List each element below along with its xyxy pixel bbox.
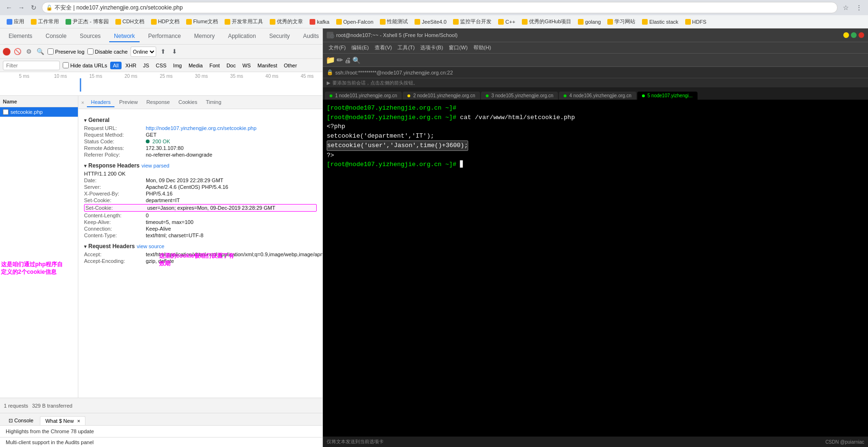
- console-tab[interactable]: ⊡ Console: [4, 416, 38, 425]
- maximize-button[interactable]: [851, 32, 857, 38]
- filter-xhr[interactable]: XHR: [123, 62, 139, 69]
- terminal-body[interactable]: [root@node107.yizhengjie.org.cn ~]# [roo…: [323, 100, 868, 437]
- tab-headers[interactable]: Headers: [87, 98, 114, 107]
- menu-button[interactable]: ⋮: [854, 2, 864, 13]
- bookmark-item[interactable]: 优秀的GitHub项目: [519, 17, 574, 26]
- disable-cache-label[interactable]: Disable cache: [87, 48, 128, 55]
- bookmark-item[interactable]: 性能测试: [377, 17, 411, 26]
- bookmark-item[interactable]: HDP文档: [148, 17, 182, 26]
- bookmark-item[interactable]: 学习网站: [604, 17, 638, 26]
- bookmark-item[interactable]: HDFS: [682, 18, 709, 26]
- devtools-tab-security[interactable]: Security: [264, 31, 294, 42]
- bookmark-item[interactable]: 尹正杰 - 博客园: [63, 17, 112, 26]
- bookmark-item[interactable]: CDH文档: [113, 17, 147, 26]
- hide-data-urls-label[interactable]: Hide data URLs: [63, 62, 107, 68]
- bookmark-item[interactable]: Open-Falcon: [333, 18, 377, 26]
- file-row[interactable]: setcookie.php: [0, 107, 78, 117]
- filter-input[interactable]: [3, 61, 60, 70]
- toolbar-btn-4[interactable]: 🔍: [352, 56, 360, 64]
- devtools-icon-btn[interactable]: ⋮: [339, 32, 349, 41]
- record-button[interactable]: [3, 48, 10, 56]
- back-button[interactable]: ←: [4, 2, 14, 13]
- download-button[interactable]: ⬇: [170, 47, 179, 56]
- toolbar-btn-3[interactable]: 🖨: [344, 56, 351, 64]
- request-url-row: Request URL: http://node107.yinzhengjie.…: [84, 125, 317, 131]
- tab-cookies[interactable]: Cookies: [175, 98, 201, 107]
- terminal-bottom-text: 仅将文本发送到当前选项卡: [327, 438, 384, 445]
- menu-view[interactable]: 查看(V): [372, 43, 395, 52]
- filter-img[interactable]: Img: [170, 62, 185, 69]
- terminal-tab-4[interactable]: 4 node106.yinzhengjie.org.cn: [559, 92, 636, 100]
- search-button[interactable]: 🔍: [36, 47, 45, 56]
- minimize-button[interactable]: [843, 32, 849, 38]
- filter-media[interactable]: Media: [186, 62, 206, 69]
- forward-button[interactable]: →: [16, 2, 27, 13]
- filter-icon[interactable]: ⚙: [25, 47, 33, 56]
- toolbar-btn-2[interactable]: ✏: [337, 56, 343, 65]
- terminal-tab-5[interactable]: 5 node107.yizhengi...: [637, 92, 698, 100]
- clear-button[interactable]: 🚫: [13, 47, 22, 56]
- menu-tools[interactable]: 工具(T): [395, 43, 417, 52]
- preserve-log-checkbox[interactable]: [47, 48, 54, 55]
- bookmark-item[interactable]: 应用: [4, 17, 27, 26]
- bookmark-item[interactable]: 监控平台开发: [450, 17, 494, 26]
- view-source-link[interactable]: view source: [137, 243, 164, 249]
- filter-all[interactable]: All: [110, 62, 122, 69]
- filter-other[interactable]: Other: [281, 62, 300, 69]
- devtools-icon-btn[interactable]: ⚙: [328, 32, 337, 41]
- request-url-link[interactable]: http://node107.yinzhengjie.org.cn/setcoo…: [146, 125, 256, 131]
- bookmark-item[interactable]: Flume文档: [183, 17, 221, 26]
- devtools-tab-sources[interactable]: Sources: [75, 31, 105, 42]
- menu-file[interactable]: 文件(F): [326, 43, 349, 52]
- terminal-tab-2[interactable]: 2 node101.yinzhengjie.org.cn: [403, 92, 480, 100]
- request-count: 1 requests: [4, 403, 28, 409]
- menu-tabs[interactable]: 选项卡(B): [417, 43, 446, 52]
- terminal-title-text: root@node107:~~ - Xshell 5 (Free for Hom…: [336, 32, 458, 38]
- throttle-select[interactable]: Online: [131, 47, 156, 57]
- tab-preview[interactable]: Preview: [115, 98, 142, 107]
- upload-button[interactable]: ⬆: [159, 47, 168, 56]
- disable-cache-checkbox[interactable]: [87, 48, 94, 55]
- bookmark-item[interactable]: 工作常用: [28, 17, 62, 26]
- tab-timing[interactable]: Timing: [202, 98, 225, 107]
- refresh-button[interactable]: ↻: [28, 2, 39, 13]
- devtools-tab-audits[interactable]: Audits: [298, 31, 323, 42]
- filter-js[interactable]: JS: [140, 62, 152, 69]
- devtools-tab-network[interactable]: Network: [109, 31, 140, 42]
- menu-help[interactable]: 帮助(H): [471, 43, 494, 52]
- bookmark-item[interactable]: 优秀的文章: [267, 17, 306, 26]
- toolbar-btn-1[interactable]: 📁: [326, 56, 335, 65]
- filter-css[interactable]: CSS: [153, 62, 170, 69]
- devtools-tab-application[interactable]: Application: [223, 31, 261, 42]
- close-button[interactable]: [859, 32, 864, 38]
- hide-data-urls-checkbox[interactable]: [63, 62, 69, 68]
- bookmark-item[interactable]: Elastic stack: [639, 18, 681, 26]
- tab-response[interactable]: Response: [142, 98, 174, 107]
- whats-new-tab[interactable]: What $ New ×: [40, 416, 85, 425]
- star-button[interactable]: ☆: [840, 2, 851, 13]
- bookmark-item[interactable]: golang: [575, 18, 604, 26]
- preserve-log-label[interactable]: Preserve log: [47, 48, 85, 55]
- address-bar[interactable]: 🔓 不安全 | node107.yinzhengjie.org.cn/setco…: [42, 2, 838, 13]
- devtools-tab-console[interactable]: Console: [41, 31, 71, 42]
- bookmark-item[interactable]: 开发常用工具: [222, 17, 266, 26]
- whats-new-close[interactable]: ×: [77, 418, 80, 424]
- filter-ws[interactable]: WS: [239, 62, 254, 69]
- filter-manifest[interactable]: Manifest: [255, 62, 280, 69]
- file-checkbox[interactable]: [3, 109, 9, 115]
- view-parsed-link[interactable]: view parsed: [142, 163, 170, 168]
- accept-label: Accept:: [84, 251, 146, 257]
- terminal-tab-3[interactable]: 3 node105.yinzhengjie.org.cn: [481, 92, 558, 100]
- devtools-tab-performance[interactable]: Performance: [143, 31, 186, 42]
- devtools-tab-elements[interactable]: Elements: [4, 31, 37, 42]
- menu-edit[interactable]: 编辑(E): [349, 43, 372, 52]
- terminal-tab-1[interactable]: 1 node101.yinzhengjie.org.cn: [325, 92, 402, 100]
- bookmark-item[interactable]: kafka: [307, 18, 332, 26]
- devtools-tab-memory[interactable]: Memory: [189, 31, 219, 42]
- details-close[interactable]: ×: [81, 100, 84, 105]
- filter-doc[interactable]: Doc: [224, 62, 239, 69]
- bookmark-item[interactable]: JeeSite4.0: [412, 18, 449, 26]
- menu-window[interactable]: 窗口(W): [446, 43, 471, 52]
- filter-font[interactable]: Font: [207, 62, 223, 69]
- bookmark-item[interactable]: C++: [495, 18, 518, 26]
